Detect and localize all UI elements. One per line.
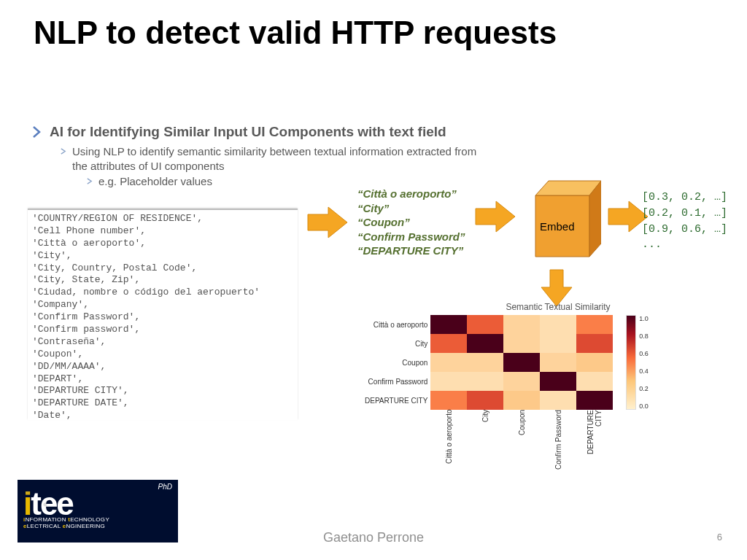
embed-cube bbox=[524, 178, 601, 260]
chart-title: Semantic Textual Similarity bbox=[416, 302, 700, 312]
heatmap-cell bbox=[540, 391, 576, 410]
quoted-item: Coupon bbox=[357, 215, 465, 230]
list-item: 'City, State, Zip', bbox=[32, 274, 293, 287]
heatmap-cell bbox=[467, 315, 503, 334]
heatmap-grid bbox=[430, 315, 613, 410]
heatmap-cell bbox=[540, 334, 576, 353]
heatmap-cell bbox=[503, 353, 540, 372]
quoted-item: DEPARTURE CITY bbox=[357, 244, 465, 258]
list-item: 'Cell Phone number', bbox=[32, 225, 293, 238]
vector-item: ... bbox=[642, 237, 727, 253]
bullet-icon bbox=[86, 178, 93, 184]
heatmap-cell bbox=[467, 353, 503, 372]
colorbar-ticks: 1.00.80.60.40.20.0 bbox=[639, 315, 649, 410]
heatmap-cell bbox=[576, 334, 613, 353]
bullet-sub-text: e.g. Placeholder values bbox=[98, 174, 212, 189]
list-item: 'Confirm Password', bbox=[32, 311, 293, 324]
colorbar bbox=[626, 315, 636, 410]
heatmap-cell bbox=[576, 391, 613, 410]
quoted-item: City bbox=[357, 201, 465, 216]
slide-title: NLP to detect valid HTTP requests bbox=[0, 0, 747, 51]
list-item: 'City, Country, Postal Code', bbox=[32, 262, 293, 275]
heatmap-cell bbox=[467, 391, 503, 410]
list-item: 'Ciudad, nombre o código del aeropuerto' bbox=[32, 287, 293, 299]
page-number: 6 bbox=[717, 532, 722, 542]
quoted-examples: Città o aeroportoCityCouponConfirm Passw… bbox=[357, 187, 465, 258]
list-item: 'Confirm password', bbox=[32, 324, 293, 336]
heatmap-cell bbox=[430, 334, 467, 353]
list-item: 'DD/MM/AAAA', bbox=[32, 361, 293, 373]
heatmap-cell bbox=[430, 353, 467, 372]
list-item: 'Date', bbox=[32, 410, 293, 420]
list-item: 'Coupon', bbox=[32, 349, 293, 361]
similarity-heatmap: Semantic Textual Similarity Città o aero… bbox=[365, 302, 700, 475]
arrow-right-icon bbox=[474, 198, 518, 235]
list-item: 'Company', bbox=[32, 299, 293, 311]
heatmap-cell bbox=[467, 372, 503, 391]
quoted-item: Città o aeroporto bbox=[357, 187, 465, 201]
embedding-vectors: [0.3, 0.2, …][0.2, 0.1, …][0.9, 0.6, …].… bbox=[642, 190, 727, 253]
list-item: 'DEPART', bbox=[32, 373, 293, 386]
heatmap-cell bbox=[503, 372, 540, 391]
vector-item: [0.2, 0.1, …] bbox=[642, 206, 727, 222]
bullet-text: Using NLP to identify semantic similarit… bbox=[72, 144, 481, 174]
heatmap-cell bbox=[430, 372, 467, 391]
heatmap-cell bbox=[576, 315, 613, 334]
vector-item: [0.9, 0.6, …] bbox=[642, 222, 727, 238]
heatmap-cell bbox=[503, 391, 540, 410]
quoted-item: Confirm Password bbox=[357, 230, 465, 244]
heatmap-cell bbox=[430, 391, 467, 410]
heatmap-cell bbox=[576, 353, 613, 372]
list-item: 'Città o aeroporto', bbox=[32, 238, 293, 250]
chevron-right-icon bbox=[31, 126, 42, 138]
y-axis-labels: Città o aeroportoCityCouponConfirm Passw… bbox=[365, 315, 430, 410]
list-item: 'City', bbox=[32, 250, 293, 262]
heatmap-cell bbox=[503, 315, 540, 334]
list-item: 'Contraseña', bbox=[32, 336, 293, 349]
list-item: 'COUNTRY/REGION OF RESIDENCE', bbox=[32, 213, 293, 225]
heatmap-cell bbox=[540, 353, 576, 372]
attribute-list: 'COUNTRY/REGION OF RESIDENCE','Cell Phon… bbox=[28, 209, 298, 420]
section-heading: AI for Identifying Similar Input UI Comp… bbox=[50, 124, 446, 140]
list-item: 'DEPARTURE DATE', bbox=[32, 397, 293, 410]
author-name: Gaetano Perrone bbox=[0, 530, 747, 545]
heatmap-cell bbox=[540, 372, 576, 391]
heatmap-cell bbox=[503, 334, 540, 353]
vector-item: [0.3, 0.2, …] bbox=[642, 190, 727, 206]
heatmap-cell bbox=[467, 334, 503, 353]
x-axis-labels: Città o aeroportoCityCouponConfirm Passw… bbox=[430, 410, 613, 475]
heatmap-cell bbox=[576, 372, 613, 391]
bullet-icon bbox=[60, 148, 66, 155]
arrow-right-icon bbox=[306, 204, 350, 241]
list-item: 'DEPARTURE CITY', bbox=[32, 385, 293, 397]
heatmap-cell bbox=[540, 315, 576, 334]
section: AI for Identifying Similar Input UI Comp… bbox=[31, 124, 725, 189]
heatmap-cell bbox=[430, 315, 467, 334]
embed-label: Embed bbox=[540, 220, 575, 233]
